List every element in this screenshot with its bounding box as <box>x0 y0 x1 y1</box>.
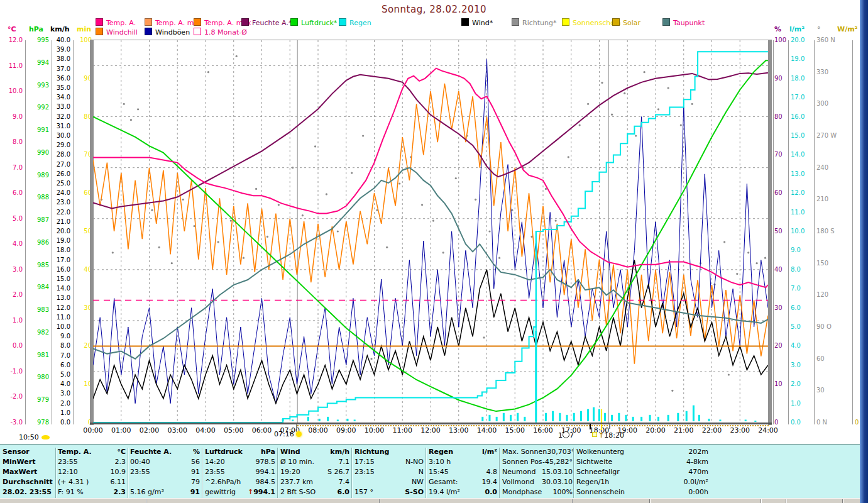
bar-regen-rate <box>354 419 356 421</box>
table-row: Mondphase100% <box>502 487 573 497</box>
bar-regen-rate <box>604 413 606 421</box>
cell-value: 79 <box>191 478 200 486</box>
axis-tick-label: 1.0 <box>791 401 820 407</box>
legend-swatch <box>194 28 201 35</box>
bar-regen-rate <box>517 413 519 421</box>
axis-tick-label: 15.0 <box>44 276 70 282</box>
table-row: ^2.6hPa/h984.5 <box>205 477 275 487</box>
table-row: Wolkenunterg202m <box>576 446 708 456</box>
table-row: Vollmond30.03.10 <box>502 477 573 487</box>
row-label: Sensor <box>3 448 30 456</box>
cell-label: 157 ° <box>354 488 373 496</box>
solar-zero-line <box>297 425 769 426</box>
bar-regen-rate <box>693 406 695 421</box>
table-row: Feuchte A.% <box>130 446 200 456</box>
cell-value: 56 <box>191 458 200 466</box>
cell-value: 984.5 <box>256 478 276 486</box>
axis-tick-label: 9.0 <box>791 247 820 253</box>
axis-tick-label: 11.0 <box>44 314 70 321</box>
column-header: Regen <box>429 448 453 456</box>
legend-swatch <box>461 18 469 26</box>
x-tick-label: 05:00 <box>224 426 244 434</box>
x-tick-label: 14:00 <box>477 426 497 434</box>
moonrise-label: 17 <box>558 431 574 439</box>
axis-tick-label: 60 <box>65 190 92 196</box>
axis-tick-label: 7.0 <box>0 165 23 171</box>
axis-tick-label: 17.0 <box>791 94 820 101</box>
cell-value: ↑994.1 <box>248 488 275 496</box>
axis-tick-label: 50 <box>65 228 92 235</box>
page-title: Sonntag, 28.02.2010 <box>0 4 868 15</box>
table-row: 2 Bft S-SO6.0 <box>280 487 349 497</box>
table-row: 19.4 l/m²0.0 <box>429 487 497 497</box>
bar-regen-rate <box>503 413 505 421</box>
plot-bottom-border <box>90 423 772 424</box>
table-column: SensorMinWertMaxWertDurchschnitt28.02. 2… <box>3 446 55 497</box>
statusbar-divider <box>649 499 650 503</box>
axis-tick-label: 6.0 <box>791 305 820 311</box>
axis-tick-label: 7.0 <box>791 285 820 292</box>
axis-tick-label: 14.0 <box>44 285 70 292</box>
axis-tick-label: 330 <box>816 69 845 75</box>
cell-value: NW <box>412 478 424 486</box>
dot-richtung <box>421 204 423 206</box>
legend-label: Taupunkt <box>673 19 705 27</box>
info-value: 4-8km <box>686 458 708 466</box>
legend-swatch <box>339 18 346 26</box>
cell-value: 2.3 <box>115 458 126 466</box>
info-label: Sichtweite <box>576 458 612 466</box>
table-row: 15:454.8 <box>429 467 497 477</box>
cell-value: 0.0 <box>485 488 498 496</box>
axis-tick-label: 0 <box>65 419 92 426</box>
sunset-tick <box>609 424 610 429</box>
bar-regen-rate <box>481 417 483 421</box>
x-tick-label: 01:00 <box>111 426 131 434</box>
up-arrow-icon: ↑ <box>598 431 604 439</box>
sunrise-time: 07:16 <box>274 430 294 438</box>
axis-tick-label: 29.0 <box>44 142 70 148</box>
dot-richtung <box>475 199 476 201</box>
bar-regen-rate <box>346 419 348 421</box>
legend-item: Luftdruck* <box>290 18 337 27</box>
x-tick-label: 06:00 <box>252 426 272 434</box>
dot-richtung <box>736 273 738 275</box>
table-row: Sonnen Pos-45,282° <box>502 456 573 467</box>
cell-value: 91 <box>191 468 200 476</box>
info-value: 470m <box>688 468 708 476</box>
table-row: 00:4056 <box>130 456 200 467</box>
bar-regen-rate <box>719 419 721 421</box>
dot-richtung <box>362 135 364 136</box>
column-unit: % <box>193 448 200 456</box>
cell-label: 23:55 <box>205 468 225 476</box>
dot-richtung <box>243 257 244 259</box>
dot-richtung <box>182 199 184 201</box>
weather-chart-canvas[interactable] <box>93 40 768 423</box>
cell-label: 17:15 <box>354 458 375 466</box>
table-row: 17:15N-NO <box>354 456 424 467</box>
rising-arrow-icon: ↑ <box>248 488 253 496</box>
x-tick-label: 03:00 <box>167 426 187 434</box>
bar-regen-rate <box>510 415 512 421</box>
axis-tick-label: 70 <box>65 152 92 158</box>
x-tick-label: 20:00 <box>646 426 666 434</box>
axis-tick-label: 5.0 <box>791 324 820 330</box>
axis-tick-label: 240 <box>816 165 845 171</box>
dot-richtung <box>488 230 490 232</box>
legend-label: Wind* <box>472 19 493 27</box>
cell-value: S 26.7 <box>327 468 349 476</box>
moonset-label: 10:50 <box>19 433 50 441</box>
axis-tick-label: 34.0 <box>44 94 70 101</box>
axis-tick-label: 270 W <box>816 133 845 139</box>
axis-tick-label: 19.0 <box>44 238 70 244</box>
axis-tick-label: 26.0 <box>44 171 70 177</box>
table-row: F: 91 %2.3 <box>58 487 126 497</box>
axis-tick-label: -1.0 <box>0 368 23 375</box>
axis-tick-label: 33.0 <box>44 104 70 110</box>
legend-label: Temp. A. <box>106 19 136 27</box>
row-label: Durchschnitt <box>3 478 53 486</box>
axis-tick-label: 10.0 <box>44 324 70 330</box>
legend-item: Temp. A. <box>96 18 136 27</box>
cell-label: 12:10 <box>58 468 78 476</box>
moonset-icon <box>41 435 50 439</box>
table-divider <box>426 448 426 498</box>
